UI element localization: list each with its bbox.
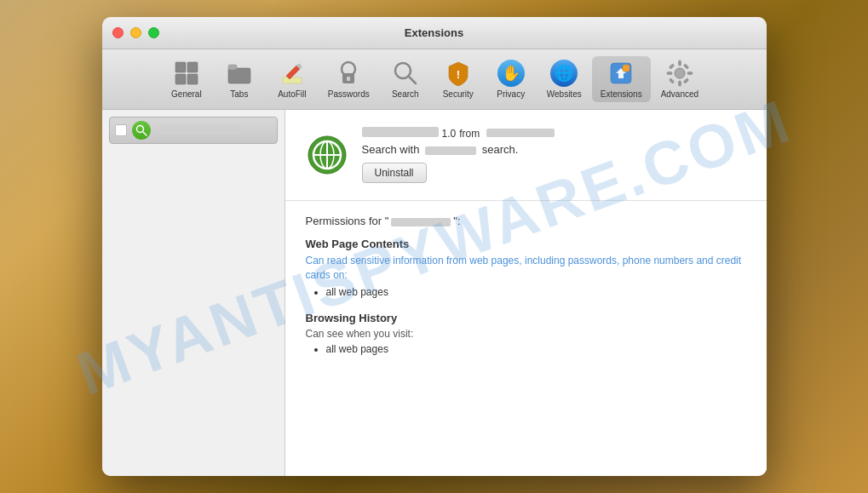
permissions-prefix: Permissions for " — [306, 215, 389, 227]
passwords-icon — [335, 60, 362, 87]
permission-group-history: Browsing History Can see when you visit:… — [306, 312, 746, 355]
sidebar-extension-icon — [132, 121, 151, 140]
toolbar: General Tabs — [102, 49, 767, 110]
sidebar — [102, 110, 285, 476]
svg-point-24 — [136, 126, 143, 133]
permission-history-title: Browsing History — [306, 312, 746, 324]
privacy-icon: ✋ — [497, 60, 525, 87]
svg-rect-21 — [683, 64, 688, 69]
traffic-lights — [112, 27, 159, 38]
security-label: Security — [443, 89, 474, 99]
search-label: Search — [392, 89, 419, 99]
autofill-label: AutoFill — [278, 89, 306, 99]
svg-line-11 — [409, 77, 416, 83]
search-icon — [392, 60, 419, 87]
sidebar-checkbox[interactable] — [115, 124, 127, 136]
toolbar-item-autofill[interactable]: AutoFill — [267, 56, 318, 102]
permissions-name-bar — [391, 218, 451, 226]
svg-rect-22 — [669, 78, 674, 83]
toolbar-item-passwords[interactable]: Passwords — [319, 56, 378, 102]
svg-text:!: ! — [457, 68, 460, 81]
extension-name-bar — [362, 127, 439, 137]
permission-webpage-desc: Can read sensitive information from web … — [306, 254, 746, 283]
svg-rect-4 — [228, 68, 250, 83]
svg-rect-18 — [667, 72, 672, 75]
tabs-icon — [226, 60, 253, 87]
search-suffix: search. — [482, 143, 519, 156]
toolbar-item-privacy[interactable]: ✋ Privacy — [486, 56, 537, 102]
svg-rect-23 — [683, 78, 688, 83]
svg-rect-2 — [175, 74, 186, 84]
extension-from-bar — [486, 129, 555, 137]
svg-rect-9 — [347, 77, 350, 81]
content-area: 1.0 from Search with search. Uninstall — [102, 110, 767, 476]
close-button[interactable] — [112, 27, 124, 38]
window-title: Extensions — [405, 26, 463, 39]
general-label: General — [171, 89, 202, 99]
toolbar-item-advanced[interactable]: Advanced — [652, 56, 707, 102]
general-icon — [173, 60, 200, 87]
toolbar-item-security[interactable]: ! Security — [433, 56, 484, 102]
safari-preferences-window: Extensions General — [102, 17, 767, 476]
permission-history-list: all web pages — [306, 343, 746, 355]
svg-line-25 — [143, 132, 147, 135]
maximize-button[interactable] — [148, 27, 159, 38]
main-panel: 1.0 from Search with search. Uninstall — [285, 110, 767, 476]
autofill-icon — [279, 60, 306, 87]
privacy-label: Privacy — [497, 89, 525, 99]
svg-rect-0 — [175, 62, 186, 72]
extension-search-row: Search with search. — [362, 143, 746, 156]
permission-history-item-0: all web pages — [326, 343, 746, 355]
extension-search-bar — [425, 146, 476, 155]
advanced-icon — [666, 60, 693, 87]
websites-icon: 🌐 — [550, 60, 578, 87]
sidebar-extension-row[interactable] — [109, 117, 278, 144]
security-icon: ! — [445, 60, 472, 87]
svg-rect-16 — [678, 60, 681, 66]
advanced-label: Advanced — [661, 89, 698, 99]
extensions-icon — [607, 60, 635, 87]
svg-rect-20 — [669, 64, 674, 69]
extension-version: 1.0 — [442, 128, 457, 140]
permissions-section: Permissions for "": Web Page Contents Ca… — [285, 201, 767, 382]
extension-icon — [306, 134, 348, 176]
svg-rect-1 — [187, 62, 198, 72]
passwords-label: Passwords — [328, 89, 370, 99]
toolbar-item-search[interactable]: Search — [380, 56, 431, 102]
toolbar-item-extensions[interactable]: Extensions — [592, 56, 651, 102]
svg-rect-5 — [228, 65, 237, 70]
svg-rect-6 — [283, 77, 302, 83]
sidebar-extension-name — [156, 126, 241, 135]
tabs-label: Tabs — [230, 89, 248, 99]
svg-rect-19 — [687, 72, 693, 75]
permission-webpage-item-0: all web pages — [326, 286, 746, 298]
extension-info: 1.0 from Search with search. Uninstall — [362, 127, 746, 183]
extension-name-row: 1.0 from — [362, 127, 746, 140]
svg-rect-3 — [187, 74, 198, 84]
search-prefix: Search with — [362, 143, 420, 156]
permission-webpage-list: all web pages — [306, 286, 746, 298]
permission-webpage-title: Web Page Contents — [306, 238, 746, 250]
extension-from-text: from — [459, 128, 480, 140]
uninstall-button[interactable]: Uninstall — [362, 163, 427, 183]
toolbar-item-websites[interactable]: 🌐 Websites — [538, 56, 590, 102]
svg-point-15 — [675, 68, 685, 78]
websites-label: Websites — [547, 89, 582, 99]
extensions-label: Extensions — [601, 89, 642, 99]
toolbar-item-general[interactable]: General — [161, 56, 212, 102]
extension-header: 1.0 from Search with search. Uninstall — [285, 110, 767, 201]
title-bar: Extensions — [102, 17, 767, 49]
svg-rect-14 — [623, 65, 629, 72]
permissions-title: Permissions for "": — [306, 215, 746, 227]
minimize-button[interactable] — [130, 27, 141, 38]
svg-rect-17 — [678, 81, 681, 86]
permission-group-webpages: Web Page Contents Can read sensitive inf… — [306, 238, 746, 298]
permission-history-desc: Can see when you visit: — [306, 328, 746, 340]
permissions-suffix: ": — [453, 215, 460, 227]
toolbar-item-tabs[interactable]: Tabs — [214, 56, 265, 102]
